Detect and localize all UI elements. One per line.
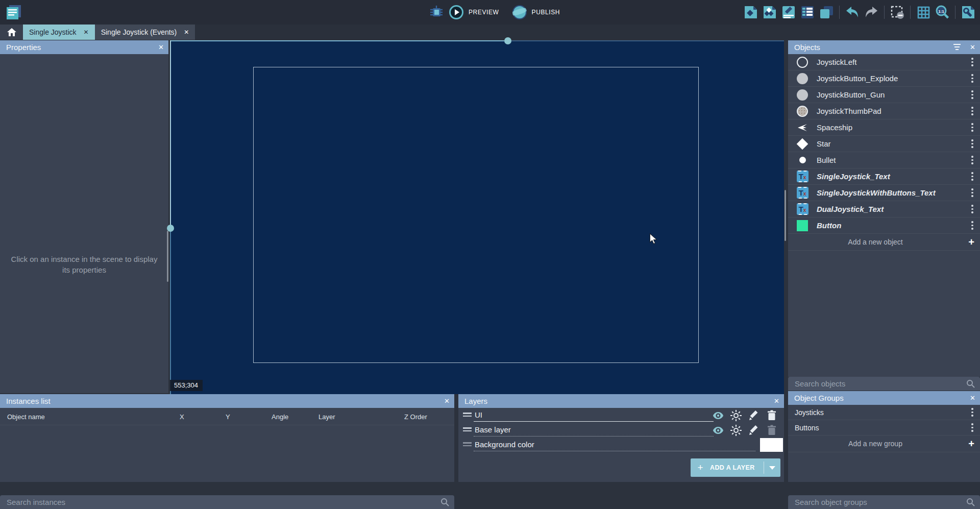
- project-manager-icon[interactable]: [5, 4, 22, 21]
- group-row[interactable]: Joysticks: [788, 405, 980, 420]
- canvas-vscroll-track[interactable]: [170, 228, 171, 394]
- undo-icon[interactable]: [845, 5, 860, 20]
- canvas-hscroll-thumb[interactable]: [504, 37, 511, 44]
- kebab-menu-icon[interactable]: [965, 90, 980, 99]
- clear-selection-icon[interactable]: [890, 5, 905, 20]
- publish-icon[interactable]: [512, 5, 527, 19]
- edit-pencil-icon[interactable]: [748, 424, 760, 437]
- close-icon[interactable]: ✕: [444, 394, 450, 408]
- layers-panel-icon[interactable]: [819, 5, 834, 20]
- kebab-menu-icon[interactable]: [965, 408, 980, 417]
- canvas-hscroll-track[interactable]: [504, 40, 784, 41]
- search-instances-input[interactable]: [0, 495, 454, 509]
- scene-window-bounds: [253, 67, 699, 363]
- layer-name-field[interactable]: Base layer: [475, 425, 511, 434]
- scene-settings-icon[interactable]: [961, 5, 976, 20]
- object-name: Bullet: [817, 156, 965, 164]
- add-layer-button[interactable]: + ADD A LAYER: [691, 458, 780, 477]
- tab-events[interactable]: Single Joystick (Events) ✕: [95, 25, 195, 40]
- object-row[interactable]: Tx DualJoystick_Text: [788, 201, 980, 217]
- close-icon[interactable]: ✕: [184, 29, 189, 36]
- close-icon[interactable]: ✕: [158, 40, 164, 54]
- layers-panel-header[interactable]: Layers ✕: [458, 394, 784, 408]
- tab-scene[interactable]: Single Joystick ✕: [23, 25, 95, 40]
- plus-icon: +: [691, 462, 710, 473]
- properties-scrollbar[interactable]: [167, 231, 168, 282]
- layer-row-base[interactable]: Base layer: [458, 423, 784, 438]
- properties-panel-icon[interactable]: [781, 5, 796, 20]
- object-row[interactable]: Button: [788, 217, 980, 234]
- close-icon[interactable]: ✕: [774, 394, 779, 408]
- kebab-menu-icon[interactable]: [965, 205, 980, 213]
- object-groups-panel-header[interactable]: Object Groups ✕: [788, 391, 980, 405]
- kebab-menu-icon[interactable]: [965, 221, 980, 230]
- canvas-vscroll-thumb[interactable]: [167, 225, 174, 232]
- properties-panel-header[interactable]: Properties ✕: [0, 40, 168, 54]
- layer-effects-icon[interactable]: [730, 409, 742, 422]
- background-color-row[interactable]: Background color: [458, 438, 784, 452]
- layer-effects-icon[interactable]: [730, 424, 742, 437]
- kebab-menu-icon[interactable]: [965, 156, 980, 164]
- delete-trash-icon-disabled: [766, 424, 778, 437]
- kebab-menu-icon[interactable]: [965, 107, 980, 115]
- kebab-menu-icon[interactable]: [965, 172, 980, 181]
- group-row[interactable]: Buttons: [788, 420, 980, 435]
- layer-name-field[interactable]: UI: [475, 410, 482, 419]
- scene-canvas[interactable]: 553;304: [170, 40, 784, 394]
- tab-label: Single Joystick (Events): [101, 28, 177, 36]
- search-objects-bar: [788, 377, 980, 391]
- drag-handle-icon[interactable]: [463, 413, 472, 418]
- object-row[interactable]: Tx SingleJoystickWithButtons_Text: [788, 185, 980, 201]
- properties-panel: Properties ✕ Click on an instance in the…: [0, 40, 168, 393]
- objects-panel-icon[interactable]: [743, 5, 758, 20]
- object-row[interactable]: JoystickLeft: [788, 54, 980, 70]
- add-object-button[interactable]: Add a new object +: [788, 234, 980, 251]
- filter-icon[interactable]: [953, 44, 961, 50]
- visibility-eye-icon[interactable]: [712, 409, 724, 422]
- close-icon[interactable]: ✕: [970, 40, 975, 54]
- search-object-groups-input[interactable]: [788, 495, 980, 509]
- kebab-menu-icon[interactable]: [965, 139, 980, 148]
- drag-handle-icon[interactable]: [463, 427, 472, 433]
- instances-list-panel-icon[interactable]: [800, 5, 815, 20]
- delete-trash-icon[interactable]: [766, 409, 778, 422]
- preview-icon[interactable]: [449, 5, 463, 19]
- debug-icon[interactable]: [429, 5, 444, 20]
- preview-button[interactable]: PREVIEW: [469, 9, 499, 16]
- close-icon[interactable]: ✕: [970, 391, 975, 405]
- object-row[interactable]: JoystickButton_Gun: [788, 87, 980, 103]
- instances-panel-header[interactable]: Instances list ✕: [0, 394, 454, 408]
- object-row[interactable]: Bullet: [788, 152, 980, 168]
- kebab-menu-icon[interactable]: [965, 58, 980, 66]
- object-row[interactable]: Tx SingleJoystick_Text: [788, 168, 980, 185]
- canvas-vscroll-track[interactable]: [170, 40, 171, 228]
- zoom-original-icon[interactable]: 1:1: [935, 5, 950, 20]
- layers-panel: Layers ✕ UI: [458, 394, 784, 482]
- kebab-menu-icon[interactable]: [965, 123, 980, 132]
- objects-panel-header[interactable]: Objects ✕: [788, 40, 980, 54]
- object-row[interactable]: JoystickThumbPad: [788, 103, 980, 119]
- home-tab[interactable]: [0, 25, 23, 40]
- add-group-button[interactable]: Add a new group +: [788, 435, 980, 452]
- publish-button[interactable]: PUBLISH: [532, 9, 560, 16]
- kebab-menu-icon[interactable]: [965, 74, 980, 83]
- gray-circle-icon: [797, 73, 808, 84]
- grid-icon[interactable]: [916, 5, 931, 20]
- object-row[interactable]: Star: [788, 136, 980, 152]
- close-icon[interactable]: ✕: [84, 29, 89, 36]
- object-row[interactable]: Spaceship: [788, 119, 980, 136]
- object-groups-panel-icon[interactable]: [762, 5, 777, 20]
- edit-pencil-icon[interactable]: [748, 409, 760, 422]
- canvas-hscroll-track[interactable]: [170, 40, 504, 41]
- object-row[interactable]: JoystickButton_Explode: [788, 70, 980, 87]
- objects-panel-scrollbar[interactable]: [785, 190, 786, 241]
- chevron-down-icon[interactable]: [764, 466, 780, 470]
- visibility-eye-icon[interactable]: [712, 424, 724, 437]
- kebab-menu-icon[interactable]: [965, 423, 980, 432]
- redo-icon[interactable]: [864, 5, 879, 20]
- search-objects-input[interactable]: [788, 377, 980, 391]
- background-color-swatch[interactable]: [760, 438, 783, 452]
- layer-row-ui[interactable]: UI: [458, 408, 784, 423]
- circle-outline-icon: [797, 57, 808, 68]
- kebab-menu-icon[interactable]: [965, 188, 980, 197]
